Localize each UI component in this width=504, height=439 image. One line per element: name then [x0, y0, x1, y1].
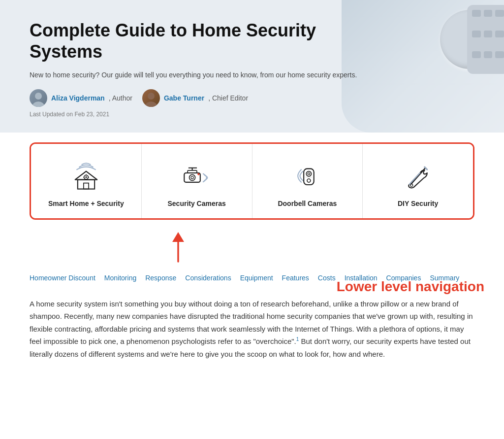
- author-1-name[interactable]: Aliza Vigderman: [51, 94, 105, 102]
- svg-point-1: [32, 101, 44, 107]
- arrow-annotation-area: [30, 230, 474, 269]
- svg-point-22: [308, 173, 310, 175]
- author-2-role: , Chief Editor: [208, 94, 248, 102]
- author-2: Gabe Turner , Chief Editor: [142, 89, 248, 107]
- upward-arrow: [163, 232, 193, 269]
- author-2-avatar: [142, 89, 160, 107]
- nav-card-security-cameras-label: Security Cameras: [167, 199, 225, 208]
- svg-point-0: [35, 93, 42, 100]
- nav-link-response[interactable]: Response: [145, 274, 176, 283]
- nav-link-considerations[interactable]: Considerations: [185, 274, 231, 283]
- nav-link-features[interactable]: Features: [282, 274, 309, 283]
- svg-line-26: [411, 168, 425, 184]
- doorbell-camera-icon: [287, 159, 327, 193]
- nav-card-diy-security[interactable]: DIY Security: [363, 144, 473, 218]
- svg-point-8: [85, 176, 87, 178]
- svg-rect-16: [188, 170, 197, 173]
- svg-rect-6: [84, 183, 89, 189]
- nav-link-equipment[interactable]: Equipment: [240, 274, 273, 283]
- nav-card-smart-home-label: Smart Home + Security: [48, 199, 124, 208]
- nav-cards-wrapper: Smart Home + Security: [0, 142, 504, 219]
- svg-point-3: [145, 101, 157, 107]
- hero-section: Complete Guide to Home Security Systems …: [0, 0, 504, 133]
- page-title: Complete Guide to Home Security Systems: [30, 20, 325, 62]
- last-updated: Last Updated on Feb 23, 2021: [30, 111, 474, 118]
- authors-row: Aliza Vigderman , Author Gabe Turner , C…: [30, 89, 474, 107]
- author-1: Aliza Vigderman , Author: [30, 89, 132, 107]
- svg-point-19: [197, 173, 199, 175]
- author-2-name[interactable]: Gabe Turner: [164, 94, 204, 102]
- lower-nav-section: Homeowner Discount Monitoring Response C…: [0, 269, 504, 283]
- nav-card-diy-security-label: DIY Security: [398, 199, 438, 208]
- content-body: A home security system isn't something y…: [30, 298, 474, 361]
- lower-nav-annotation: Lower level navigation: [337, 279, 484, 295]
- svg-point-23: [307, 179, 311, 182]
- security-camera-icon: [177, 159, 217, 193]
- svg-rect-5: [78, 180, 94, 189]
- nav-link-homeowner-discount[interactable]: Homeowner Discount: [30, 274, 95, 283]
- nav-card-security-cameras[interactable]: Security Cameras: [142, 144, 252, 218]
- svg-marker-30: [172, 232, 184, 242]
- nav-card-smart-home[interactable]: Smart Home + Security: [31, 144, 142, 218]
- nav-card-doorbell-cameras-label: Doorbell Cameras: [278, 199, 337, 208]
- nav-card-doorbell-cameras[interactable]: Doorbell Cameras: [252, 144, 363, 218]
- svg-point-14: [189, 175, 195, 181]
- author-1-avatar: [30, 89, 47, 107]
- svg-marker-4: [75, 171, 97, 180]
- nav-cards-container: Smart Home + Security: [30, 142, 474, 219]
- author-1-role: , Author: [109, 94, 132, 102]
- main-content: A home security system isn't something y…: [0, 283, 504, 380]
- svg-point-2: [148, 93, 155, 100]
- hero-subtitle: New to home security? Our guide will tel…: [30, 70, 364, 80]
- svg-point-15: [191, 176, 193, 179]
- svg-point-21: [307, 171, 312, 176]
- smart-home-icon: [66, 159, 106, 193]
- diy-security-icon: [398, 159, 438, 193]
- device-keypad: [467, 5, 504, 74]
- nav-link-costs[interactable]: Costs: [318, 274, 336, 283]
- nav-link-monitoring[interactable]: Monitoring: [104, 274, 136, 283]
